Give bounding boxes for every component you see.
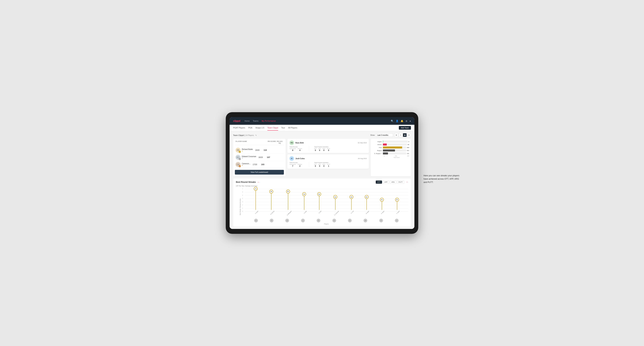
tick-3: 3 bbox=[242, 201, 243, 202]
filter-app-button[interactable]: APP bbox=[383, 180, 389, 184]
pc-stats-1: Total Rounds Tournament 8 Practice bbox=[290, 146, 367, 151]
player-card-josh: JC Josh Coles 26 Aug 2023 Total Rounds T… bbox=[287, 155, 369, 169]
tick-2: 2 bbox=[242, 204, 243, 205]
view-full-leaderboard-button[interactable]: View Full Leaderboard bbox=[235, 170, 284, 174]
tablet-screen: clippd Home Teams My Performance 🔍 👤 🔔 ⊕… bbox=[230, 117, 414, 229]
user-icon[interactable]: 👤 bbox=[396, 120, 398, 122]
divider-1 bbox=[309, 146, 309, 151]
annotation-text: Here you can see streaks your players ha… bbox=[424, 174, 460, 184]
app-logo: clippd bbox=[233, 120, 240, 122]
streaks-section: Best Round Streaks ← OTT APP ARG PUTT → … bbox=[233, 178, 411, 227]
detail-view-button[interactable]: ⊟ bbox=[407, 133, 411, 137]
add-team-button[interactable]: Add Team bbox=[399, 126, 411, 130]
streak-bar-item: 4xM. Maier bbox=[364, 195, 368, 212]
chart-wrapper: Best Streak, Fairway Accuracy 7 6 5 4 bbox=[236, 189, 408, 225]
streak-bubble: 6x bbox=[269, 190, 273, 193]
player-score-1: 19/20 bbox=[253, 149, 262, 151]
show-select[interactable]: Last 3 months Last 6 months Last 12 mont… bbox=[376, 134, 393, 137]
streak-player-name: C. Quick bbox=[396, 211, 400, 214]
plus-circle-icon[interactable]: ⊕ bbox=[406, 120, 408, 122]
list-view-button[interactable]: ≡ bbox=[399, 133, 402, 137]
practice-label-1: Practice bbox=[298, 148, 302, 149]
filter-putt-button[interactable]: PUTT bbox=[397, 180, 404, 184]
bc-row-birdies: Birdies 96 bbox=[372, 144, 409, 146]
tablet-frame: clippd Home Teams My Performance 🔍 👤 🔔 ⊕… bbox=[226, 112, 418, 234]
streak-stem bbox=[382, 202, 382, 210]
player-avatar-small: B bbox=[270, 219, 274, 222]
bc-row-bogeys: Bogeys 311 bbox=[372, 149, 409, 152]
filter-ott-button[interactable]: OTT bbox=[376, 180, 382, 184]
bc-row-d.-bogeys-+: D. Bogeys + 131 bbox=[372, 152, 409, 155]
streaks-subtitle: Off The Tee, Fairway Accuracy bbox=[236, 185, 408, 187]
bell-icon[interactable]: 🔔 bbox=[400, 120, 404, 122]
practice-val-2: 2 bbox=[298, 165, 302, 167]
app-label-2: APP bbox=[318, 164, 321, 165]
avatar-icon[interactable]: ● bbox=[410, 120, 411, 122]
pc-name-josh: Josh Coles bbox=[296, 158, 305, 160]
tick-0: 0 bbox=[242, 211, 243, 212]
streak-bubble: 5x bbox=[302, 192, 306, 196]
ott-stat-2: OTT 0 bbox=[314, 164, 316, 167]
sub-nav-all-players[interactable]: All Players bbox=[288, 125, 297, 131]
ott-label-2: OTT bbox=[314, 164, 316, 165]
sub-nav-pgat[interactable]: PGAT Players bbox=[233, 125, 245, 131]
streak-player-name: R. Britt bbox=[318, 211, 322, 213]
team-name: Team Clippd bbox=[233, 134, 244, 136]
streaks-arrow-icon: ← bbox=[257, 181, 260, 183]
player-name-1: Richard Butler bbox=[242, 148, 253, 150]
table-row[interactable]: EC 2 Edward Crossman ♥ 18/20 107 bbox=[235, 154, 284, 161]
app-stat-2: APP 0 bbox=[318, 164, 321, 167]
team-header: Team Clippd | 14 Players ✎ Show Last 3 m… bbox=[233, 133, 411, 137]
streak-stem bbox=[271, 193, 272, 210]
tick-7: 7 bbox=[242, 188, 243, 189]
bc-val: 499 bbox=[407, 147, 409, 148]
show-section: Show Last 3 months Last 6 months Last 12… bbox=[370, 133, 411, 137]
grid-view-button[interactable]: ⊞ bbox=[394, 133, 398, 137]
bc-bar-wrap bbox=[383, 149, 406, 152]
tournament-val-1: 8 bbox=[290, 149, 296, 151]
streak-player-name: M. Maier bbox=[366, 211, 370, 214]
tick-5: 5 bbox=[242, 195, 243, 196]
nav-my-performance[interactable]: My Performance bbox=[262, 119, 276, 123]
pc-avatar-josh: JC bbox=[290, 156, 294, 161]
sub-nav-tour[interactable]: Tour bbox=[281, 125, 285, 131]
sub-nav: PGAT Players PGA Hcaps 1-5 Team Clippd T… bbox=[230, 125, 414, 131]
arg-stat-2: ARG 0 bbox=[322, 164, 325, 167]
nav-teams[interactable]: Teams bbox=[253, 119, 258, 123]
sub-nav-hcaps[interactable]: Hcaps 1-5 bbox=[256, 125, 264, 131]
filter-arg-button[interactable]: ARG bbox=[390, 180, 396, 184]
bc-bar-wrap bbox=[383, 147, 406, 149]
bc-label: Pars bbox=[372, 147, 383, 148]
table-row[interactable]: RB 1 Richard Butler ♥ 19/20 110 bbox=[235, 147, 284, 154]
activities-row-1: OTT 0 APP 0 ARG bbox=[314, 148, 330, 151]
tick-4: 4 bbox=[242, 198, 243, 199]
practice-val-1: 4 bbox=[298, 149, 302, 151]
streak-player-name: E. Crossman bbox=[334, 211, 339, 216]
sub-nav-right: Add Team bbox=[399, 126, 411, 130]
bc-bar-wrap bbox=[383, 144, 407, 146]
putt-val-2: 1 bbox=[327, 165, 330, 167]
arg-label-2: ARG bbox=[322, 164, 325, 165]
filter-arrow-icon: → bbox=[406, 180, 408, 184]
sub-nav-pga[interactable]: PGA bbox=[248, 125, 252, 131]
table-row[interactable]: CA 3 Cameron... ♥ 17/20 103 bbox=[235, 161, 284, 168]
streak-bubble: 4x bbox=[365, 195, 368, 199]
player-avatar-small: D bbox=[348, 219, 352, 222]
streak-bubble: 4x bbox=[350, 195, 353, 199]
pc-stats-2: Total Rounds Tournament 7 Practice bbox=[290, 162, 367, 167]
streaks-title-area: Best Round Streaks ← bbox=[236, 181, 260, 183]
bc-axis: 0 200 400 bbox=[372, 155, 409, 157]
app-val-2: 0 bbox=[318, 165, 321, 167]
view-icons: ⊞ ≡ ▦ ⊟ bbox=[394, 133, 411, 137]
nav-home[interactable]: Home bbox=[244, 119, 250, 123]
team-title-area: Team Clippd | 14 Players ✎ bbox=[233, 134, 257, 137]
activities-row-2: OTT 0 APP 0 ARG bbox=[314, 164, 330, 167]
putt-label-1: PUTT bbox=[327, 148, 330, 149]
card-view-button[interactable]: ▦ bbox=[403, 133, 407, 137]
sub-nav-team-clippd[interactable]: Team Clippd bbox=[268, 125, 278, 131]
leaderboard-card: PLAYER NAME PB SCORE PB AVG SQ RB 1 Rich… bbox=[233, 139, 286, 176]
search-icon[interactable]: 🔍 bbox=[391, 120, 394, 122]
lb-col-avg: PB AVG SQ bbox=[276, 141, 283, 144]
streak-bubble: 7x bbox=[254, 187, 258, 191]
edit-icon[interactable]: ✎ bbox=[255, 134, 257, 136]
